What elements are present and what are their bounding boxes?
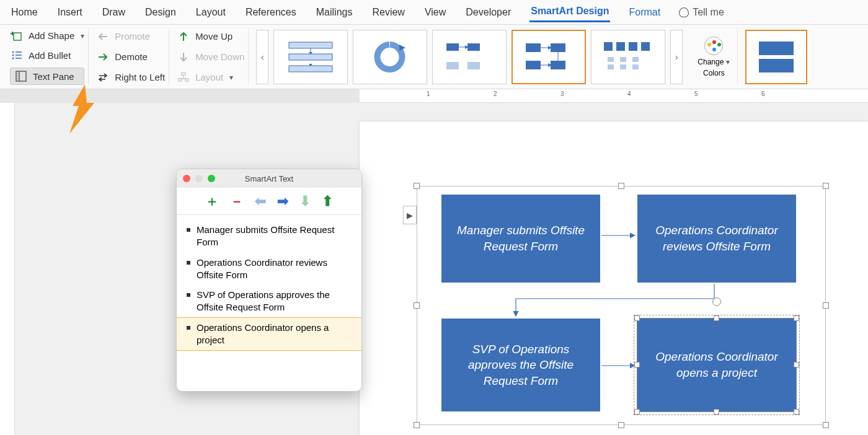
tab-references[interactable]: References (244, 3, 298, 22)
styles-gallery (742, 29, 811, 85)
svg-rect-25 (289, 66, 332, 72)
vertical-ruler (0, 103, 15, 435)
selection-handle[interactable] (823, 183, 829, 189)
svg-rect-23 (289, 42, 332, 48)
selection-handle[interactable] (794, 409, 799, 415)
selection-handle[interactable] (634, 409, 640, 415)
list-item[interactable]: Manager submits Offsite Request Form (177, 220, 361, 253)
change-colors-button[interactable]: Change ▾ Colors (694, 37, 733, 77)
group-move: Move Up Move Down Layout ▾ (173, 29, 249, 85)
layout-option-3[interactable] (432, 30, 507, 84)
remove-item-button[interactable]: － (230, 192, 244, 211)
selection-handle[interactable] (794, 315, 799, 321)
svg-rect-0 (14, 33, 21, 40)
move-down-button[interactable]: Move Down (177, 49, 244, 64)
selection-handle[interactable] (714, 409, 719, 415)
layouts-next-button[interactable]: › (670, 30, 683, 84)
move-down-label: Move Down (195, 51, 244, 62)
tab-smartart-design[interactable]: SmartArt Design (529, 2, 610, 22)
add-bullet-button[interactable]: Add Bullet (10, 48, 84, 63)
smartart-graphic[interactable]: ▶ Manager submits Offsite Request Form O… (417, 186, 826, 425)
selection-handle[interactable] (714, 315, 719, 321)
text-pane-title: SmartArt Text (245, 174, 294, 183)
tab-review[interactable]: Review (371, 3, 405, 22)
move-up-icon (177, 30, 190, 43)
svg-rect-48 (608, 57, 614, 62)
tell-me[interactable]: Tell me (679, 7, 724, 18)
tab-format[interactable]: Format (627, 3, 662, 22)
demote-arrow-button[interactable]: ➡ (277, 193, 288, 209)
smartart-shape-4-selected[interactable]: Operations Coordinator opens a project ⟳ (637, 319, 796, 411)
move-up-arrow-button[interactable]: ⬆ (322, 193, 333, 209)
menu-bar: Home Insert Draw Design Layout Reference… (0, 0, 868, 25)
smartart-shape-1[interactable]: Manager submits Offsite Request Form (441, 195, 600, 283)
selection-handle[interactable] (634, 315, 640, 321)
list-item[interactable]: Operations Coordinator reviews Offsite F… (177, 253, 361, 286)
style-option-1-selected[interactable] (745, 30, 807, 84)
add-shape-button[interactable]: Add Shape ▾ (10, 29, 84, 43)
tab-design[interactable]: Design (144, 3, 177, 22)
tab-draw[interactable]: Draw (101, 3, 126, 22)
zoom-icon[interactable] (208, 175, 215, 182)
selection-handle[interactable] (414, 302, 420, 309)
svg-point-3 (12, 51, 14, 53)
list-item[interactable]: SVP of Operations approves the Offsite R… (177, 285, 361, 318)
layout-option-2[interactable] (353, 30, 427, 84)
promote-icon (96, 30, 110, 43)
text-pane-titlebar[interactable]: SmartArt Text (177, 169, 361, 188)
svg-rect-37 (526, 61, 541, 69)
layout-option-4-selected[interactable] (512, 30, 586, 84)
tab-insert[interactable]: Insert (56, 3, 84, 22)
svg-rect-53 (632, 64, 639, 69)
layout-option-5[interactable] (591, 30, 665, 84)
group-create-graphic: Add Shape ▾ Add Bullet Text Pane (6, 29, 89, 85)
selection-handle[interactable] (823, 302, 829, 309)
tab-layout[interactable]: Layout (195, 3, 227, 22)
svg-rect-30 (467, 43, 480, 51)
rotate-handle[interactable]: ⟳ (712, 297, 721, 306)
ruler-number: 3 (560, 90, 564, 97)
smartart-text-pane[interactable]: SmartArt Text ＋ － ⬅ ➡ ⬇ ⬆ Manager submit… (176, 169, 362, 392)
group-change-colors: Change ▾ Colors (690, 29, 738, 85)
layout-option-1[interactable] (273, 30, 348, 84)
ruler-number: 6 (761, 90, 765, 97)
demote-button[interactable]: Demote (96, 49, 165, 64)
layouts-prev-button[interactable]: ‹ (256, 30, 268, 84)
move-down-icon (177, 50, 190, 64)
tab-view[interactable]: View (423, 3, 447, 22)
selection-handle[interactable] (414, 422, 420, 428)
svg-rect-19 (179, 79, 182, 81)
palette-icon (704, 37, 723, 55)
tab-home[interactable]: Home (10, 3, 39, 22)
move-down-arrow-button[interactable]: ⬇ (299, 193, 311, 209)
smartart-shape-3[interactable]: SVP of Operations approves the Offsite R… (441, 319, 600, 411)
ruler-number: 5 (694, 90, 698, 97)
tab-developer[interactable]: Developer (464, 3, 512, 22)
svg-rect-47 (641, 42, 650, 51)
close-icon[interactable] (183, 175, 190, 182)
selection-handle[interactable] (414, 183, 420, 189)
selection-handle[interactable] (794, 362, 799, 367)
selection-handle[interactable] (618, 422, 624, 428)
promote-button[interactable]: Promote (96, 29, 165, 44)
text-pane-toggle-handle[interactable]: ▶ (403, 206, 417, 224)
selection-handle[interactable] (823, 422, 829, 428)
minimize-icon[interactable] (195, 175, 203, 182)
selection-handle[interactable] (634, 362, 640, 367)
text-pane-toolbar: ＋ － ⬅ ➡ ⬇ ⬆ (177, 188, 361, 215)
svg-rect-50 (632, 57, 639, 62)
selection-handle[interactable] (618, 183, 624, 189)
list-item-selected[interactable]: Operations Coordinator opens a project (177, 318, 361, 351)
smartart-shape-2[interactable]: Operations Coordinator reviews Offsite F… (637, 195, 796, 283)
add-item-button[interactable]: ＋ (205, 192, 219, 211)
tab-mailings[interactable]: Mailings (315, 3, 354, 22)
demote-icon (96, 50, 110, 64)
ribbon: Add Shape ▾ Add Bullet Text Pane Promote… (0, 25, 868, 89)
svg-rect-46 (629, 42, 637, 51)
tell-me-label: Tell me (693, 7, 724, 18)
promote-arrow-button[interactable]: ⬅ (255, 193, 266, 209)
move-up-button[interactable]: Move Up (177, 29, 244, 44)
layout-button[interactable]: Layout ▾ (177, 69, 244, 85)
rtl-button[interactable]: Right to Left (96, 69, 165, 85)
text-pane-button[interactable]: Text Pane (10, 68, 84, 85)
